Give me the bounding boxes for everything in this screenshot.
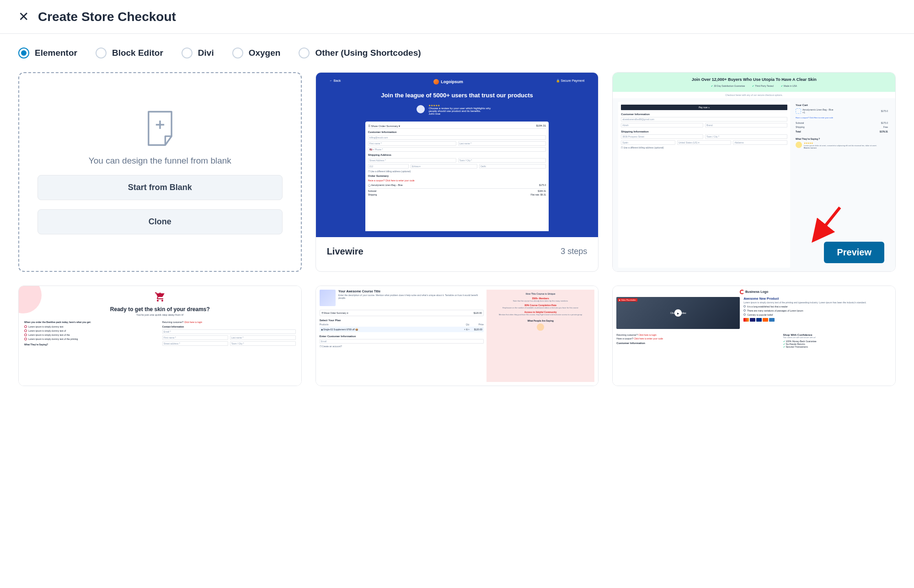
radio-icon xyxy=(182,48,192,58)
clone-button[interactable]: Clone xyxy=(37,209,283,234)
template-preview: Ready to get the skin of your dreams? Yo… xyxy=(19,286,301,386)
radio-label: Elementor xyxy=(35,48,77,58)
templates-grid: You can design the funnel from blank Sta… xyxy=(0,68,914,404)
radio-icon xyxy=(299,48,310,58)
template-card-utopia[interactable]: Join Over 12,000+ Buyers Who Use Utopia … xyxy=(612,72,896,272)
template-card-course[interactable]: Your Awesome Course Title Enter the desc… xyxy=(315,286,599,386)
radio-label: Oxygen xyxy=(249,48,281,58)
preview-button[interactable]: Preview xyxy=(824,242,884,263)
page-title: Create Store Checkout xyxy=(38,10,176,24)
blank-template-card: You can design the funnel from blank Sta… xyxy=(18,72,302,272)
template-footer: Livewire 3 steps xyxy=(316,237,599,266)
radio-icon xyxy=(96,48,107,58)
template-preview: Business Logo ▶ Video Placeholder Choose… xyxy=(613,286,895,386)
radio-icon xyxy=(18,48,29,58)
builder-option-other[interactable]: Other (Using Shortcodes) xyxy=(299,48,421,58)
template-card-business[interactable]: Business Logo ▶ Video Placeholder Choose… xyxy=(612,286,896,386)
builder-option-oxygen[interactable]: Oxygen xyxy=(232,48,281,58)
cart-download-icon xyxy=(24,291,296,304)
template-card-beehive[interactable]: Ready to get the skin of your dreams? Yo… xyxy=(18,286,302,386)
radio-icon xyxy=(232,48,243,58)
blank-caption: You can design the funnel from blank xyxy=(89,156,231,166)
builder-option-elementor[interactable]: Elementor xyxy=(18,48,77,58)
plus-document-icon xyxy=(144,110,176,147)
template-preview: ← Back Logoipsum 🔒 Secure Payment Join t… xyxy=(316,73,599,237)
radio-label: Block Editor xyxy=(112,48,163,58)
template-preview: Join Over 12,000+ Buyers Who Use Utopia … xyxy=(613,73,895,271)
template-name: Livewire xyxy=(327,246,363,257)
template-card-livewire[interactable]: ← Back Logoipsum 🔒 Secure Payment Join t… xyxy=(315,72,599,272)
builder-option-divi[interactable]: Divi xyxy=(182,48,214,58)
page-header: ✕ Create Store Checkout xyxy=(0,0,914,34)
radio-label: Other (Using Shortcodes) xyxy=(315,48,421,58)
template-hover-overlay: Preview xyxy=(613,233,895,271)
template-preview: Your Awesome Course Title Enter the desc… xyxy=(316,286,599,386)
builder-option-block-editor[interactable]: Block Editor xyxy=(96,48,163,58)
close-icon[interactable]: ✕ xyxy=(18,9,29,24)
radio-label: Divi xyxy=(198,48,214,58)
builder-tabs: Elementor Block Editor Divi Oxygen Other… xyxy=(0,34,914,68)
template-steps: 3 steps xyxy=(561,247,587,256)
start-from-blank-button[interactable]: Start from Blank xyxy=(37,175,283,200)
